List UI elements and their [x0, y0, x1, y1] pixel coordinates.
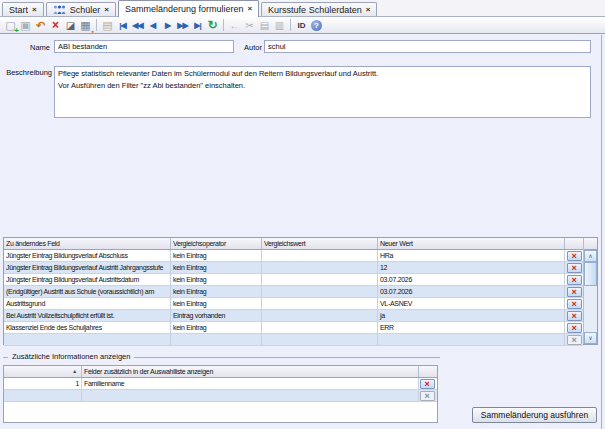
cell-neuer-wert[interactable]	[378, 334, 565, 345]
cell-neuer-wert[interactable]: ja	[378, 310, 565, 321]
cell-feld[interactable]: Familienname	[82, 378, 419, 389]
table-row[interactable]: Bei Austritt Vollzeitschulpflicht erfüll…	[4, 310, 583, 322]
cell-operator[interactable]: kein Eintrag	[171, 322, 262, 333]
list-item[interactable]: 1 Familienname ×	[4, 378, 437, 390]
delete-row-button[interactable]: ×	[567, 251, 582, 261]
table-row[interactable]: (Endgültiger) Austritt aus Schule (vorau…	[4, 286, 583, 298]
cell-neuer-wert[interactable]: 03.07.2026	[378, 274, 565, 285]
sammelaenderung-panel: Name Autor Beschreibung Pflege statistis…	[0, 35, 602, 429]
nav-last-button[interactable]: ▶|	[190, 18, 205, 33]
tab-sammelaenderung-formulieren[interactable]: Sammeländerung formulieren ×	[118, 0, 259, 17]
scrollbar-thumb[interactable]	[584, 262, 597, 286]
tab-kursstufe-schuelerdaten[interactable]: Kursstufe Schülerdaten ×	[261, 2, 377, 16]
undo-changes-button[interactable]: ↶	[33, 18, 48, 33]
nav-fast-prev-button[interactable]: ◀◀	[130, 18, 145, 33]
close-icon[interactable]: ×	[32, 6, 37, 14]
nav-first-button[interactable]: |◀	[115, 18, 130, 33]
id-toggle-button[interactable]: ID	[294, 18, 309, 33]
refresh-icon: ↻	[207, 18, 217, 32]
delete-row-button[interactable]: ×	[420, 379, 435, 389]
back-button[interactable]: ←	[227, 18, 242, 33]
table-row[interactable]: Jüngster Eintrag Bildungsverlauf Abschlu…	[4, 250, 583, 262]
nav-next-button[interactable]: ▶	[160, 18, 175, 33]
new-record-button[interactable]: ▢ +	[3, 18, 18, 33]
delete-row-button[interactable]: ×	[567, 287, 582, 297]
locate-record-button[interactable]: ◪	[63, 18, 78, 33]
table-row[interactable]: Klassenziel Ende des Schuljahres kein Ei…	[4, 322, 583, 334]
table-row-empty[interactable]: ×	[4, 334, 583, 346]
cell-wert[interactable]	[262, 310, 378, 321]
copy-record-button[interactable]: ▤	[100, 18, 115, 33]
delete-row-button[interactable]: ×	[567, 299, 582, 309]
cell-operator[interactable]: kein Eintrag	[171, 298, 262, 309]
close-icon[interactable]: ×	[366, 6, 371, 14]
id-icon: ID	[298, 21, 306, 30]
cell-feld[interactable]: Jüngster Eintrag Bildungsverlauf Austrit…	[4, 274, 171, 285]
clear-row-button[interactable]: ×	[567, 335, 582, 345]
scrollbar-track[interactable]	[584, 286, 597, 332]
additional-info-header[interactable]: ▲ Felder zusätzlich in der Auswahlliste …	[4, 366, 437, 378]
cell-neuer-wert[interactable]: 12	[378, 262, 565, 273]
scroll-up-button[interactable]: ∧	[584, 250, 597, 262]
cell-operator[interactable]: kein Eintrag	[171, 274, 262, 285]
table-row[interactable]: Jüngster Eintrag Bildungsverlauf Austrit…	[4, 274, 583, 286]
autor-input[interactable]	[264, 40, 591, 53]
clear-row-button[interactable]: ×	[420, 391, 435, 401]
tab-label: Sammeländerung formulieren	[125, 4, 244, 14]
nav-prev-button[interactable]: ◀	[145, 18, 160, 33]
close-icon[interactable]: ×	[104, 6, 109, 14]
delete-row-button[interactable]: ×	[567, 323, 582, 333]
cell-feld[interactable]: Austrittsgrund	[4, 298, 171, 309]
cell-wert[interactable]	[262, 298, 378, 309]
cell-feld[interactable]	[4, 334, 171, 345]
delete-row-button[interactable]: ×	[567, 275, 582, 285]
delete-record-button[interactable]: ×	[48, 18, 63, 33]
cell-wert[interactable]	[262, 250, 378, 261]
beschreibung-textarea[interactable]: Pflege statistisch relevanter Daten im S…	[54, 66, 591, 118]
cell-neuer-wert[interactable]: VL-ASNEV	[378, 298, 565, 309]
toolbar-separator	[223, 19, 224, 31]
cell-neuer-wert[interactable]: HRa	[378, 250, 565, 261]
delete-row-button[interactable]: ×	[567, 263, 582, 273]
cell-feld[interactable]: Bei Austritt Vollzeitschulpflicht erfüll…	[4, 310, 171, 321]
copy-button[interactable]: ▤	[257, 18, 272, 33]
cell-operator[interactable]	[171, 334, 262, 345]
close-icon[interactable]: ×	[247, 5, 252, 13]
tab-start[interactable]: Start ×	[2, 2, 44, 16]
cell-wert[interactable]	[262, 274, 378, 285]
scroll-down-button[interactable]: ∨	[584, 332, 597, 344]
column-header-felder[interactable]: Felder zusätzlich in der Auswahlliste an…	[82, 366, 419, 377]
grid-settings-button[interactable]: ▦ ▪	[78, 18, 93, 33]
cell-operator[interactable]: Eintrag vorhanden	[171, 310, 262, 321]
cell-operator[interactable]: kein Eintrag	[171, 262, 262, 273]
cell-neuer-wert[interactable]: ERR	[378, 322, 565, 333]
table-row[interactable]: Jüngster Eintrag Bildungsverlauf Austrit…	[4, 262, 583, 274]
conditions-table: Zu änderndes Feld Vergleichsoperator Ver…	[3, 237, 598, 345]
cell-operator[interactable]: kein Eintrag	[171, 286, 262, 297]
column-header-nr: ▲	[4, 366, 82, 377]
cell-feld[interactable]: Klassenziel Ende des Schuljahres	[4, 322, 171, 333]
table-row[interactable]: Austrittsgrund kein Eintrag VL-ASNEV ×	[4, 298, 583, 310]
cell-feld[interactable]: Jüngster Eintrag Bildungsverlauf Abschlu…	[4, 250, 171, 261]
cell-wert[interactable]	[262, 286, 378, 297]
list-item-empty[interactable]: ×	[4, 390, 437, 402]
cell-neuer-wert[interactable]: 03.07.2026	[378, 286, 565, 297]
execute-sammelaenderung-button[interactable]: Sammeländerung ausführen	[472, 407, 597, 423]
cut-button[interactable]: ✂	[242, 18, 257, 33]
nav-fast-next-button[interactable]: ▶▶	[175, 18, 190, 33]
cell-wert[interactable]	[262, 322, 378, 333]
cell-wert[interactable]	[262, 262, 378, 273]
cell-operator[interactable]: kein Eintrag	[171, 250, 262, 261]
refresh-button[interactable]: ↻	[205, 18, 220, 33]
cell-feld[interactable]: Jüngster Eintrag Bildungsverlauf Austrit…	[4, 262, 171, 273]
vertical-scrollbar[interactable]: ∧ ∨	[583, 238, 597, 344]
save-record-button[interactable]: ▣	[18, 18, 33, 33]
cell-feld[interactable]	[82, 390, 419, 401]
name-input[interactable]	[54, 40, 234, 53]
cell-feld[interactable]: (Endgültiger) Austritt aus Schule (vorau…	[4, 286, 171, 297]
cell-wert[interactable]	[262, 334, 378, 345]
paste-button[interactable]: ▥	[272, 18, 287, 33]
tab-schueler[interactable]: Schüler ×	[46, 2, 116, 16]
help-button[interactable]: ?	[309, 18, 324, 33]
delete-row-button[interactable]: ×	[567, 311, 582, 321]
